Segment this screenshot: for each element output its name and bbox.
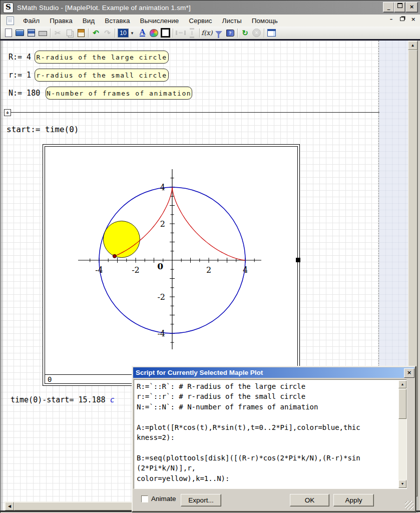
svg-text:-2: -2 [157, 292, 165, 302]
align-horizontal-button[interactable] [175, 28, 186, 39]
ok-button[interactable]: OK [290, 494, 329, 506]
options-icon [267, 29, 276, 37]
close-button[interactable]: × [405, 2, 418, 13]
script-line: color=yellow),k=1..N): [137, 473, 406, 483]
copy-icon [67, 30, 72, 36]
maple-plot-chart: -4-224-4-2240 [45, 147, 297, 374]
dialog-resize-grip[interactable] [405, 501, 413, 509]
cut-icon: ✂ [55, 29, 61, 38]
toolbar-separator [115, 29, 115, 38]
font-size-value: 10 [118, 29, 129, 38]
start-definition[interactable]: start:= time(0) [7, 125, 79, 134]
window-title: SMath Studio - [MaplePlot. Example of an… [17, 4, 191, 12]
cut-button[interactable]: ✂ [52, 28, 64, 39]
definition-r[interactable]: r:= 1 [9, 71, 31, 80]
apply-button[interactable]: Apply [333, 494, 374, 506]
worksheet-left-border [2, 41, 2, 511]
definition-R[interactable]: R:= 4 [9, 53, 31, 62]
minimize-button[interactable]: _ [383, 2, 394, 13]
definition-N[interactable]: N:= 180 [9, 89, 40, 98]
palette-icon [150, 29, 158, 37]
align-vertical-icon [190, 28, 194, 38]
chevron-down-icon[interactable]: ▾ [129, 29, 136, 38]
stop-icon: × [252, 29, 261, 37]
border-button[interactable] [160, 28, 171, 39]
toolbar-separator [199, 29, 200, 38]
filter-icon [215, 31, 222, 35]
mdi-close-button[interactable]: × [409, 16, 417, 24]
script-scroll-up-button[interactable]: ▲ [398, 380, 406, 388]
paste-button[interactable] [75, 28, 87, 39]
toolbar-separator [173, 29, 173, 38]
reference-book-button[interactable]: ? [224, 28, 236, 39]
note-N[interactable]: N-number of frames of animation [46, 87, 192, 100]
menu-view[interactable]: Вид [78, 16, 100, 26]
dialog-close-button[interactable]: × [404, 368, 414, 378]
font-color-button[interactable]: A [137, 28, 148, 39]
maximize-button[interactable] [394, 2, 405, 13]
script-line: r:=`::r`: # r-radius of the small circle [137, 391, 406, 401]
border-icon [161, 28, 170, 38]
toolbar-separator [88, 29, 89, 38]
menu-help[interactable]: Помощь [247, 16, 283, 26]
script-scroll-down-button[interactable]: ▼ [398, 480, 406, 488]
selection-handle[interactable] [296, 258, 300, 262]
document-icon[interactable] [7, 17, 14, 25]
menu-calculation[interactable]: Вычисление [135, 16, 184, 26]
menu-file[interactable]: Файл [18, 16, 45, 26]
filter-button[interactable] [213, 28, 224, 39]
recalculate-button[interactable]: ↻ [239, 28, 251, 39]
svg-text:-4: -4 [95, 265, 103, 275]
print-button[interactable] [37, 28, 49, 39]
palette-button[interactable] [148, 28, 160, 39]
function-icon: f(x) [201, 29, 212, 37]
timer-expression[interactable]: time(0)-start= 15.188 c [11, 395, 115, 404]
script-line [137, 412, 406, 422]
dialog-title: Script for Currently Selected Maple Plot [133, 369, 263, 376]
svg-text:2: 2 [160, 219, 165, 229]
frame-counter: 0 [48, 375, 52, 383]
new-button[interactable] [3, 28, 14, 39]
align-vertical-button[interactable] [186, 28, 198, 39]
window-right-frame [417, 41, 420, 513]
font-color-icon: A [140, 29, 146, 37]
export-button[interactable]: Export... [181, 494, 221, 506]
script-line: R:=`::R`: # R-radius of the large circle [137, 381, 406, 391]
menu-insert[interactable]: Вставка [100, 16, 135, 26]
note-r[interactable]: r-radius of the small circle [35, 69, 169, 82]
restore-icon [400, 17, 404, 21]
font-size-select[interactable]: 10▾ [118, 29, 136, 38]
scroll-left-button[interactable]: ◀ [5, 502, 14, 510]
scroll-up-button[interactable]: ▲ [408, 41, 417, 50]
save-button[interactable] [26, 28, 37, 39]
menu-tools[interactable]: Сервис [184, 16, 217, 26]
collapsed-region-line [11, 112, 379, 113]
svg-text:-2: -2 [132, 265, 140, 275]
script-editor[interactable]: R:=`::R`: # R-radius of the large circle… [134, 379, 407, 489]
save-icon [28, 29, 35, 37]
options-button[interactable] [266, 28, 277, 39]
open-icon [16, 30, 24, 36]
mdi-minimize-button[interactable]: – [387, 16, 395, 24]
dialog-title-bar[interactable]: Script for Currently Selected Maple Plot [133, 367, 414, 378]
stop-button[interactable]: × [251, 28, 262, 39]
undo-button[interactable]: ↶ [90, 28, 102, 39]
menu-edit[interactable]: Правка [45, 16, 78, 26]
mdi-restore-button[interactable] [398, 16, 406, 24]
script-scroll-thumb[interactable] [398, 389, 406, 419]
open-button[interactable] [14, 28, 26, 39]
copy-button[interactable] [64, 28, 75, 39]
expand-region-button[interactable]: + [4, 109, 11, 116]
redo-button[interactable]: ↷ [102, 28, 113, 39]
toolbar-separator [50, 29, 51, 38]
function-button[interactable]: f(x) [201, 28, 213, 39]
menu-sheets[interactable]: Листы [217, 16, 247, 26]
redo-icon: ↷ [104, 29, 111, 38]
svg-text:0: 0 [157, 261, 163, 271]
script-line: B:=seq(plottools[disk]([(R-r)*cos(2*Pi*k… [137, 453, 406, 463]
animate-checkbox[interactable] [141, 495, 148, 502]
align-horizontal-icon [176, 31, 186, 35]
script-line: A:=plot([R*cos(t),R*sin(t),t=0..2*Pi],co… [137, 422, 406, 432]
note-R[interactable]: R-radius of the large circle [35, 51, 169, 64]
recalculate-icon: ↻ [242, 29, 248, 38]
